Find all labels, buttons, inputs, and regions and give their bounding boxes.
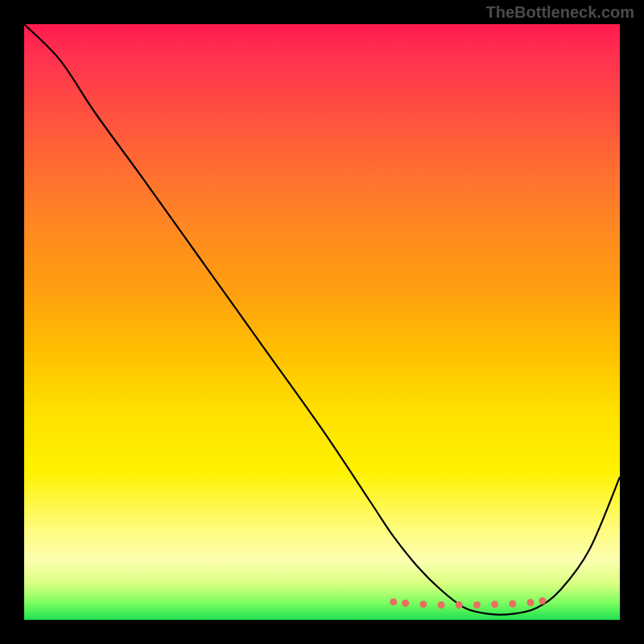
attribution-text: TheBottleneck.com: [486, 3, 634, 22]
recommended-range-markers: [390, 597, 546, 609]
marker-dot: [419, 601, 427, 608]
chart-svg: [24, 24, 620, 620]
bottleneck-curve: [24, 24, 620, 615]
marker-dot: [473, 601, 481, 609]
plot-area: [24, 24, 620, 620]
marker-dot: [509, 601, 516, 608]
marker-dot: [527, 599, 535, 606]
marker-dot: [456, 601, 463, 609]
marker-dot: [491, 601, 498, 608]
marker-dot: [402, 600, 409, 607]
marker-dot: [438, 601, 445, 609]
marker-dot: [390, 598, 397, 605]
marker-dot: [539, 597, 546, 605]
